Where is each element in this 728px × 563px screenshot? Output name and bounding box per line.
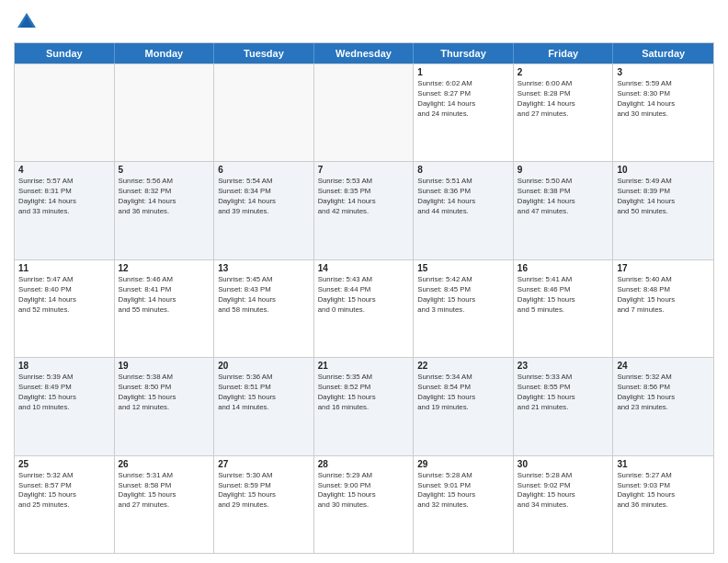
day-info: Sunrise: 5:53 AM Sunset: 8:35 PM Dayligh…: [318, 177, 410, 217]
calendar-header-cell: Thursday: [414, 43, 514, 63]
day-info: Sunrise: 5:29 AM Sunset: 9:00 PM Dayligh…: [318, 471, 410, 511]
day-info: Sunrise: 5:49 AM Sunset: 8:39 PM Dayligh…: [617, 177, 710, 217]
day-info: Sunrise: 5:47 AM Sunset: 8:40 PM Dayligh…: [18, 275, 110, 316]
day-info: Sunrise: 5:42 AM Sunset: 8:45 PM Dayligh…: [417, 275, 509, 316]
day-info: Sunrise: 5:56 AM Sunset: 8:32 PM Dayligh…: [119, 177, 210, 217]
calendar-cell: 2Sunrise: 6:00 AM Sunset: 8:28 PM Daylig…: [514, 64, 614, 161]
day-number: 16: [518, 263, 609, 273]
day-number: 15: [417, 263, 509, 273]
calendar-cell: [214, 64, 314, 161]
calendar-cell: 9Sunrise: 5:50 AM Sunset: 8:38 PM Daylig…: [514, 162, 614, 259]
calendar-cell: 23Sunrise: 5:33 AM Sunset: 8:55 PM Dayli…: [514, 358, 614, 454]
calendar-cell: 10Sunrise: 5:49 AM Sunset: 8:39 PM Dayli…: [613, 162, 713, 259]
day-number: 29: [417, 459, 509, 469]
day-info: Sunrise: 5:27 AM Sunset: 9:03 PM Dayligh…: [617, 471, 710, 511]
calendar-header-cell: Sunday: [15, 43, 115, 63]
day-number: 17: [617, 263, 710, 273]
day-number: 19: [119, 361, 210, 371]
day-number: 23: [518, 361, 609, 371]
calendar-header-cell: Saturday: [613, 43, 713, 63]
calendar-cell: 21Sunrise: 5:35 AM Sunset: 8:52 PM Dayli…: [314, 358, 415, 454]
calendar-row: 25Sunrise: 5:32 AM Sunset: 8:57 PM Dayli…: [15, 455, 713, 553]
day-info: Sunrise: 5:31 AM Sunset: 8:58 PM Dayligh…: [119, 471, 210, 511]
day-number: 12: [119, 263, 210, 273]
day-info: Sunrise: 5:38 AM Sunset: 8:50 PM Dayligh…: [119, 373, 210, 413]
calendar-cell: 18Sunrise: 5:39 AM Sunset: 8:49 PM Dayli…: [15, 358, 115, 454]
day-number: 22: [417, 361, 509, 371]
logo-icon: [14, 9, 40, 35]
day-number: 2: [518, 67, 609, 77]
day-info: Sunrise: 5:41 AM Sunset: 8:46 PM Dayligh…: [518, 275, 609, 316]
calendar-row: 18Sunrise: 5:39 AM Sunset: 8:49 PM Dayli…: [15, 357, 713, 454]
calendar: SundayMondayTuesdayWednesdayThursdayFrid…: [14, 42, 714, 554]
calendar-row: 4Sunrise: 5:57 AM Sunset: 8:31 PM Daylig…: [15, 161, 713, 259]
calendar-cell: 13Sunrise: 5:45 AM Sunset: 8:43 PM Dayli…: [214, 260, 314, 357]
day-number: 26: [119, 459, 210, 469]
calendar-cell: 1Sunrise: 6:02 AM Sunset: 8:27 PM Daylig…: [414, 64, 514, 161]
day-info: Sunrise: 5:28 AM Sunset: 9:02 PM Dayligh…: [518, 471, 609, 511]
day-number: 18: [18, 361, 110, 371]
header: [14, 9, 714, 35]
day-info: Sunrise: 6:02 AM Sunset: 8:27 PM Dayligh…: [417, 79, 509, 120]
day-number: 1: [417, 67, 509, 77]
calendar-header-row: SundayMondayTuesdayWednesdayThursdayFrid…: [15, 43, 713, 63]
day-number: 4: [18, 165, 110, 175]
logo: [14, 9, 43, 35]
calendar-cell: 28Sunrise: 5:29 AM Sunset: 9:00 PM Dayli…: [314, 456, 415, 553]
calendar-header-cell: Tuesday: [214, 43, 314, 63]
calendar-cell: [115, 64, 215, 161]
day-info: Sunrise: 5:57 AM Sunset: 8:31 PM Dayligh…: [18, 177, 110, 217]
day-number: 7: [318, 165, 410, 175]
calendar-cell: 16Sunrise: 5:41 AM Sunset: 8:46 PM Dayli…: [514, 260, 614, 357]
calendar-cell: 24Sunrise: 5:32 AM Sunset: 8:56 PM Dayli…: [613, 358, 713, 454]
calendar-cell: 7Sunrise: 5:53 AM Sunset: 8:35 PM Daylig…: [314, 162, 415, 259]
day-info: Sunrise: 5:46 AM Sunset: 8:41 PM Dayligh…: [119, 275, 210, 316]
calendar-cell: [314, 64, 415, 161]
day-info: Sunrise: 5:36 AM Sunset: 8:51 PM Dayligh…: [218, 373, 310, 413]
calendar-body: 1Sunrise: 6:02 AM Sunset: 8:27 PM Daylig…: [15, 63, 713, 553]
day-number: 20: [218, 361, 310, 371]
day-info: Sunrise: 5:51 AM Sunset: 8:36 PM Dayligh…: [417, 177, 509, 217]
calendar-cell: 17Sunrise: 5:40 AM Sunset: 8:48 PM Dayli…: [613, 260, 713, 357]
day-number: 14: [318, 263, 410, 273]
calendar-cell: 6Sunrise: 5:54 AM Sunset: 8:34 PM Daylig…: [214, 162, 314, 259]
day-info: Sunrise: 5:30 AM Sunset: 8:59 PM Dayligh…: [218, 471, 310, 511]
day-info: Sunrise: 5:45 AM Sunset: 8:43 PM Dayligh…: [218, 275, 310, 316]
day-number: 31: [617, 459, 710, 469]
day-number: 13: [218, 263, 310, 273]
calendar-cell: 11Sunrise: 5:47 AM Sunset: 8:40 PM Dayli…: [15, 260, 115, 357]
day-info: Sunrise: 5:54 AM Sunset: 8:34 PM Dayligh…: [218, 177, 310, 217]
calendar-cell: 14Sunrise: 5:43 AM Sunset: 8:44 PM Dayli…: [314, 260, 415, 357]
calendar-row: 1Sunrise: 6:02 AM Sunset: 8:27 PM Daylig…: [15, 63, 713, 161]
day-info: Sunrise: 6:00 AM Sunset: 8:28 PM Dayligh…: [518, 79, 609, 120]
day-info: Sunrise: 5:39 AM Sunset: 8:49 PM Dayligh…: [18, 373, 110, 413]
day-number: 5: [119, 165, 210, 175]
calendar-cell: 4Sunrise: 5:57 AM Sunset: 8:31 PM Daylig…: [15, 162, 115, 259]
day-info: Sunrise: 5:50 AM Sunset: 8:38 PM Dayligh…: [518, 177, 609, 217]
day-info: Sunrise: 5:35 AM Sunset: 8:52 PM Dayligh…: [318, 373, 410, 413]
calendar-header-cell: Friday: [514, 43, 614, 63]
calendar-cell: 8Sunrise: 5:51 AM Sunset: 8:36 PM Daylig…: [414, 162, 514, 259]
calendar-cell: 30Sunrise: 5:28 AM Sunset: 9:02 PM Dayli…: [514, 456, 614, 553]
calendar-header-cell: Monday: [115, 43, 215, 63]
day-number: 11: [18, 263, 110, 273]
calendar-cell: 26Sunrise: 5:31 AM Sunset: 8:58 PM Dayli…: [115, 456, 215, 553]
calendar-cell: 12Sunrise: 5:46 AM Sunset: 8:41 PM Dayli…: [115, 260, 215, 357]
day-info: Sunrise: 5:40 AM Sunset: 8:48 PM Dayligh…: [617, 275, 710, 316]
calendar-cell: 31Sunrise: 5:27 AM Sunset: 9:03 PM Dayli…: [613, 456, 713, 553]
day-info: Sunrise: 5:32 AM Sunset: 8:57 PM Dayligh…: [18, 471, 110, 511]
calendar-row: 11Sunrise: 5:47 AM Sunset: 8:40 PM Dayli…: [15, 259, 713, 357]
day-number: 3: [617, 67, 710, 77]
day-number: 24: [617, 361, 710, 371]
calendar-header-cell: Wednesday: [314, 43, 415, 63]
calendar-cell: [15, 64, 115, 161]
calendar-cell: 27Sunrise: 5:30 AM Sunset: 8:59 PM Dayli…: [214, 456, 314, 553]
day-info: Sunrise: 5:33 AM Sunset: 8:55 PM Dayligh…: [518, 373, 609, 413]
calendar-cell: 19Sunrise: 5:38 AM Sunset: 8:50 PM Dayli…: [115, 358, 215, 454]
day-info: Sunrise: 5:32 AM Sunset: 8:56 PM Dayligh…: [617, 373, 710, 413]
calendar-cell: 20Sunrise: 5:36 AM Sunset: 8:51 PM Dayli…: [214, 358, 314, 454]
calendar-cell: 3Sunrise: 5:59 AM Sunset: 8:30 PM Daylig…: [613, 64, 713, 161]
day-number: 10: [617, 165, 710, 175]
calendar-cell: 22Sunrise: 5:34 AM Sunset: 8:54 PM Dayli…: [414, 358, 514, 454]
day-number: 9: [518, 165, 609, 175]
